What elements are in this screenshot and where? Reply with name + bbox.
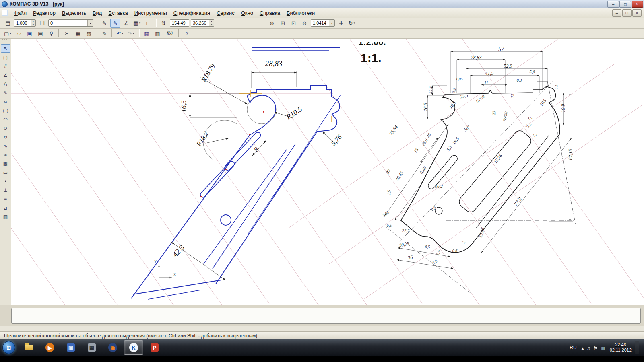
dimension-label[interactable]: 19,5 <box>451 136 460 145</box>
dimension-label[interactable]: 16,5 <box>423 103 428 111</box>
child-minimize-button[interactable]: – <box>612 9 621 17</box>
dimension-label[interactable]: R18.79 <box>200 62 217 84</box>
dimension-label[interactable]: 77,3 <box>513 196 523 207</box>
dimension-label[interactable]: 5,3 <box>446 144 453 152</box>
save-icon[interactable]: ▣ <box>25 29 35 38</box>
angle-snap-icon[interactable]: ∠ <box>121 19 131 28</box>
library-manager-icon[interactable]: ▥ <box>153 29 163 38</box>
layer-combo[interactable]: 0▼ <box>48 19 93 27</box>
sketch-dimensions[interactable] <box>171 71 336 280</box>
language-indicator[interactable]: RU <box>570 345 576 350</box>
spinner[interactable]: ▲▼ <box>31 20 35 26</box>
dropdown-arrow[interactable]: ▼ <box>138 22 141 24</box>
construction-line[interactable] <box>11 39 117 305</box>
traced-sketch[interactable] <box>131 47 341 299</box>
dimension-label[interactable]: 6,5 <box>425 245 430 249</box>
construction-line[interactable] <box>11 39 173 305</box>
construction-line[interactable] <box>364 105 642 299</box>
menu-item[interactable]: Справка <box>256 9 283 17</box>
minimize-button[interactable]: – <box>607 1 619 8</box>
construction-line[interactable] <box>84 39 270 305</box>
dimension-label[interactable]: 58° <box>463 124 471 132</box>
paste-icon[interactable]: ▨ <box>84 29 94 38</box>
dimension-label[interactable]: 10,5 <box>539 98 547 107</box>
show-desktop-button[interactable] <box>635 341 639 354</box>
y-coordinate-field[interactable]: 36.266▲▼ <box>191 19 214 27</box>
x-coordinate-field[interactable]: 154.49 <box>170 19 189 27</box>
dimension-label[interactable]: 11 <box>484 80 488 85</box>
dropdown-arrow[interactable]: ▼ <box>87 20 93 26</box>
title-bar[interactable]: КОМПАС-3D V13 - [рук] – □ × <box>0 0 644 8</box>
grid-icon[interactable]: ▦▼ <box>132 19 142 28</box>
explorer-icon[interactable] <box>19 340 39 355</box>
dimension-label[interactable]: 2,2 <box>532 133 537 137</box>
dimension-label[interactable]: 55°30' <box>502 110 509 121</box>
context-help-icon[interactable]: ? <box>182 29 192 38</box>
circle-tool-icon[interactable]: ◯ <box>1 106 10 115</box>
dimension-label[interactable]: 2 <box>461 240 466 244</box>
dimension-label[interactable]: 7,7 <box>526 123 532 128</box>
menu-item[interactable]: Вид <box>89 9 105 17</box>
taskbar-clock[interactable]: 22:46 02.11.2012 <box>610 342 632 353</box>
zoom-out-icon[interactable]: ⊖ <box>299 19 310 28</box>
dropdown-arrow[interactable]: ▼ <box>329 20 334 26</box>
dropdown-arrow[interactable]: ▼ <box>9 32 12 35</box>
dimension-label[interactable]: 53°30' <box>475 93 486 103</box>
pencil-tool-icon[interactable]: ✎ <box>1 88 10 97</box>
local-cs-icon[interactable]: ∟ <box>143 19 153 28</box>
dimension-label[interactable]: 36 <box>407 254 413 261</box>
dimension-label[interactable]: 42,3 <box>171 243 186 259</box>
rect-tool-icon[interactable]: ▭ <box>1 168 10 177</box>
dimension-label[interactable]: 3,55 <box>382 210 390 218</box>
grid-tool-icon[interactable]: # <box>1 62 10 70</box>
pencil-icon[interactable]: ✎ <box>99 19 109 28</box>
construction-line[interactable] <box>35 39 222 305</box>
dimension-label[interactable]: 5,45 <box>419 165 427 175</box>
axis-tool-icon[interactable]: ⊥ <box>1 186 10 194</box>
dimension-label[interactable]: 16,2 <box>435 184 443 189</box>
dimension-label[interactable]: 5,76 <box>330 133 344 147</box>
menu-item[interactable]: Вставка <box>105 9 131 17</box>
select-tool-icon[interactable]: ↖ <box>1 44 10 53</box>
layers-icon[interactable]: ❏ <box>37 19 47 28</box>
cut-icon[interactable]: ✂ <box>62 29 72 38</box>
close-button[interactable]: × <box>632 1 643 8</box>
menu-item[interactable]: Сервис <box>213 9 238 17</box>
hidden-icons-arrow[interactable]: ▴ <box>582 346 584 350</box>
hatch-tool-icon[interactable]: ▩ <box>1 159 10 168</box>
dimension-label[interactable]: 15 <box>413 147 419 153</box>
dimension-label[interactable]: R18,2 <box>195 130 210 148</box>
calculator-icon[interactable]: ▦ <box>82 340 101 355</box>
start-button[interactable]: ⊞ <box>2 341 15 354</box>
dimension-label[interactable]: 75 <box>510 93 515 98</box>
menu-item[interactable]: Библиотеки <box>283 9 318 17</box>
variables-icon[interactable]: ▧ <box>142 29 152 38</box>
document-icon[interactable] <box>2 10 8 16</box>
point-tool-icon[interactable]: • <box>1 177 10 185</box>
dimension-label[interactable]: 1,5 <box>387 190 391 195</box>
dimension-label[interactable]: 1,4 <box>554 84 558 89</box>
dimension-label[interactable]: 20 <box>425 132 432 138</box>
dimension-label[interactable]: 0,6 <box>452 249 458 253</box>
dimension-label[interactable]: 39,25 <box>398 241 410 248</box>
dropdown-arrow[interactable]: ▼ <box>132 32 134 35</box>
dimension-label[interactable]: 15,76 <box>493 153 503 164</box>
diameter-tool-icon[interactable]: ⌀ <box>1 97 10 106</box>
polyline-tool-icon[interactable]: ≈ <box>1 150 10 159</box>
construction-line[interactable] <box>11 39 65 305</box>
pan-icon[interactable]: ✚ <box>336 19 346 28</box>
maximize-button[interactable]: □ <box>619 1 631 8</box>
menu-item[interactable]: Спецификация <box>170 9 213 17</box>
document-params-icon[interactable]: ▤ <box>3 19 13 28</box>
dimension-label[interactable]: 16,5 <box>180 100 188 112</box>
child-restore-button[interactable]: □ <box>622 9 632 17</box>
arc-tool-icon[interactable]: ◠ <box>1 115 10 123</box>
dimension-label[interactable]: 1,05 <box>456 77 463 81</box>
new-document-icon[interactable]: ▢▼ <box>3 29 13 38</box>
dimension-label[interactable]: R10,5 <box>285 105 303 121</box>
firefox-icon[interactable]: ◉ <box>103 340 122 355</box>
redo-icon[interactable]: ↷▼ <box>126 29 136 38</box>
angle-tool-icon[interactable]: ∠ <box>1 71 10 79</box>
dimension-label[interactable]: 0,3 <box>517 78 522 82</box>
dimension-label[interactable]: 19,9 <box>560 104 566 113</box>
